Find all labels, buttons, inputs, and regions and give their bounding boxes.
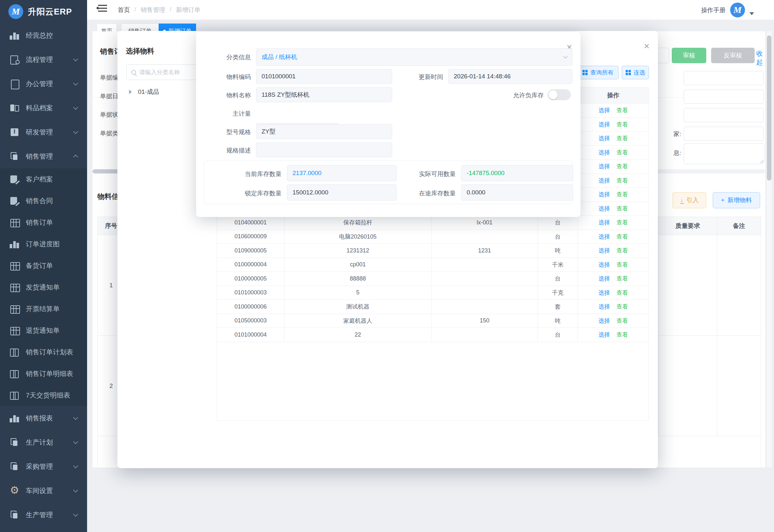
row-quality-cell[interactable] bbox=[659, 235, 717, 335]
code-input[interactable]: 0101000001 bbox=[256, 69, 392, 84]
add-material-button[interactable]: + 新增物料 bbox=[713, 192, 760, 208]
select-link[interactable]: 选择 bbox=[599, 331, 610, 339]
vertical-scrollbar-thumb[interactable] bbox=[767, 35, 771, 181]
vertical-scrollbar[interactable] bbox=[767, 31, 772, 468]
select-link[interactable]: 选择 bbox=[599, 247, 610, 254]
sidebar-item-销售订单[interactable]: 销售订单 bbox=[0, 212, 87, 233]
view-link[interactable]: 查看 bbox=[617, 303, 628, 310]
query-all-button[interactable]: 查询所有 bbox=[577, 66, 619, 79]
chevron-down-icon[interactable] bbox=[73, 512, 78, 517]
sidebar-item-经营总控[interactable]: 经营总控 bbox=[0, 23, 87, 47]
select-link[interactable]: 选择 bbox=[599, 219, 610, 226]
row-remark-cell[interactable] bbox=[717, 235, 761, 335]
select-link[interactable]: 选择 bbox=[599, 317, 610, 325]
row-remark-cell[interactable] bbox=[717, 336, 761, 436]
audit-button[interactable]: 审核 bbox=[672, 48, 706, 63]
sidebar-item-生产计划[interactable]: 生产计划 bbox=[0, 430, 87, 454]
category-select[interactable]: 成品 / 纸杯机 bbox=[256, 48, 572, 66]
model-input[interactable]: ZY型 bbox=[256, 124, 392, 139]
view-link[interactable]: 查看 bbox=[617, 149, 628, 156]
chevron-down-icon[interactable] bbox=[73, 105, 78, 110]
sidebar-item-销售报表[interactable]: 销售报表 bbox=[0, 406, 87, 430]
chevron-down-icon[interactable] bbox=[73, 463, 78, 468]
negative-stock-toggle[interactable] bbox=[548, 89, 571, 100]
manual-link[interactable]: 操作手册 bbox=[701, 6, 726, 15]
user-menu-caret-icon[interactable] bbox=[749, 12, 754, 17]
unaudit-button[interactable]: 反审核 bbox=[711, 48, 755, 63]
select-link[interactable]: 选择 bbox=[599, 261, 610, 269]
select-link[interactable]: 选择 bbox=[599, 106, 610, 114]
name-input[interactable]: 118S ZY型纸杯机 bbox=[256, 87, 392, 102]
sidebar-item-生产管理[interactable]: 生产管理 bbox=[0, 503, 87, 527]
select-link[interactable]: 选择 bbox=[599, 233, 610, 241]
current-stock-input[interactable]: 2137.0000 bbox=[287, 165, 397, 181]
sidebar-item-研发管理[interactable]: 研发管理 bbox=[0, 120, 87, 144]
tree-caret-icon[interactable] bbox=[129, 90, 134, 94]
view-link[interactable]: 查看 bbox=[617, 205, 628, 212]
sidebar-item-7天交货明细表[interactable]: 7天交货明细表 bbox=[0, 384, 87, 406]
user-avatar[interactable]: M bbox=[730, 3, 745, 17]
select-link[interactable]: 选择 bbox=[599, 275, 610, 282]
breadcrumb-sales[interactable]: 销售管理 bbox=[141, 6, 165, 14]
view-link[interactable]: 查看 bbox=[617, 247, 628, 254]
collapse-link[interactable]: 收起 bbox=[756, 49, 765, 67]
view-link[interactable]: 查看 bbox=[617, 331, 628, 339]
sidebar-item-备货订单[interactable]: 备货订单 bbox=[0, 255, 87, 276]
resize-grip-icon[interactable] bbox=[759, 159, 763, 163]
multi-select-button[interactable]: 连选 bbox=[622, 66, 649, 79]
view-link[interactable]: 查看 bbox=[617, 134, 628, 142]
select-link[interactable]: 选择 bbox=[599, 149, 610, 156]
sidebar-item-车间设置[interactable]: 车间设置 bbox=[0, 478, 87, 503]
select-link[interactable]: 选择 bbox=[599, 121, 610, 128]
breadcrumb-home[interactable]: 首页 bbox=[118, 6, 130, 14]
sidebar-item-办公管理[interactable]: 办公管理 bbox=[0, 72, 87, 96]
chevron-down-icon[interactable] bbox=[73, 129, 78, 134]
transit-stock-input[interactable]: 0.0000 bbox=[461, 184, 573, 201]
remark-textarea[interactable] bbox=[684, 143, 764, 164]
sidebar-item-销售订单明细表[interactable]: 销售订单明细表 bbox=[0, 363, 87, 384]
chevron-up-icon[interactable] bbox=[73, 154, 78, 160]
view-link[interactable]: 查看 bbox=[617, 275, 628, 282]
row-quality-cell[interactable] bbox=[659, 336, 717, 436]
select-link[interactable]: 选择 bbox=[599, 191, 610, 198]
sidebar-item-销售合同[interactable]: 销售合同 bbox=[0, 190, 87, 212]
modal-close-icon[interactable]: × bbox=[644, 41, 650, 51]
tree-item-finished-goods[interactable]: 01-成品 bbox=[129, 88, 159, 96]
select-link[interactable]: 选择 bbox=[599, 205, 610, 212]
form-input-3[interactable] bbox=[684, 108, 764, 122]
select-link[interactable]: 选择 bbox=[599, 177, 610, 184]
spec-input[interactable] bbox=[256, 143, 392, 157]
view-link[interactable]: 查看 bbox=[617, 163, 628, 170]
select-link[interactable]: 选择 bbox=[599, 163, 610, 170]
sidebar-item-发货通知单[interactable]: 发货通知单 bbox=[0, 276, 87, 298]
sidebar-item-销售管理[interactable]: 销售管理 bbox=[0, 144, 87, 168]
form-input-2[interactable] bbox=[684, 90, 764, 104]
sidebar-item-流程管理[interactable]: 流程管理 bbox=[0, 47, 87, 72]
chevron-down-icon[interactable] bbox=[73, 439, 78, 444]
locked-stock-input[interactable]: 150012.0000 bbox=[287, 184, 397, 201]
view-link[interactable]: 查看 bbox=[617, 106, 628, 114]
sidebar-item-客户档案[interactable]: 客户档案 bbox=[0, 168, 87, 190]
available-input[interactable]: -147875.0000 bbox=[461, 165, 573, 181]
sidebar-item-采购管理[interactable]: 采购管理 bbox=[0, 454, 87, 478]
sidebar-item-退货通知单[interactable]: 退货通知单 bbox=[0, 320, 87, 341]
form-input-1[interactable] bbox=[684, 71, 764, 85]
chevron-down-icon[interactable] bbox=[73, 415, 78, 420]
view-link[interactable]: 查看 bbox=[617, 317, 628, 325]
import-button[interactable]: ↓ 引入 bbox=[672, 192, 706, 208]
updated-input[interactable]: 2026-01-14 14:48:46 bbox=[448, 69, 572, 84]
menu-collapse-icon[interactable] bbox=[98, 8, 107, 9]
select-link[interactable]: 选择 bbox=[599, 289, 610, 297]
sidebar-item-开票结算单[interactable]: 开票结算单 bbox=[0, 298, 87, 320]
view-link[interactable]: 查看 bbox=[617, 121, 628, 128]
form-input-4[interactable] bbox=[684, 127, 764, 141]
view-link[interactable]: 查看 bbox=[617, 261, 628, 269]
select-link[interactable]: 选择 bbox=[599, 303, 610, 310]
chevron-down-icon[interactable] bbox=[73, 81, 78, 86]
select-link[interactable]: 选择 bbox=[599, 134, 610, 142]
view-link[interactable]: 查看 bbox=[617, 177, 628, 184]
view-link[interactable]: 查看 bbox=[617, 219, 628, 226]
view-link[interactable]: 查看 bbox=[617, 289, 628, 297]
sidebar-item-加工车间[interactable]: 加工车间 bbox=[0, 527, 87, 532]
chevron-down-icon[interactable] bbox=[73, 488, 78, 493]
